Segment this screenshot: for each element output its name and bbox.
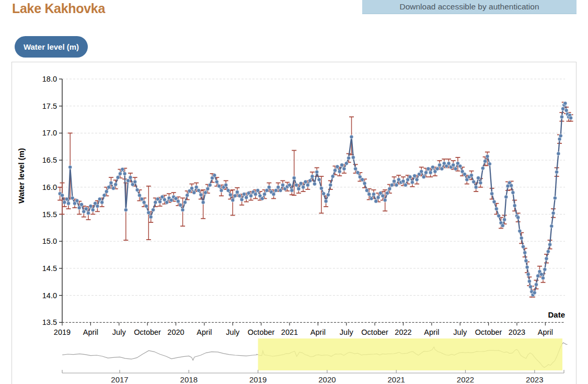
y-tick-label: 17.0 (42, 129, 57, 137)
error-bars (57, 102, 573, 297)
overview-tick-label: 2018 (180, 375, 198, 384)
y-gridlines (62, 79, 565, 296)
x-tick-label: 2022 (395, 328, 411, 336)
x-tick-label: October (134, 328, 161, 336)
x-tick-label: April (310, 328, 326, 336)
overview-tick-label: 2023 (526, 375, 543, 384)
overview-axis: 2017201820192020202120222023 (62, 370, 564, 384)
x-tick-label: July (340, 328, 354, 336)
y-tick-label: 14.0 (42, 291, 57, 300)
auth-download-banner[interactable]: Download accessible by authentication (362, 0, 577, 14)
overview-tick-label: 2017 (111, 375, 128, 384)
x-tick-label: April (83, 328, 98, 336)
y-tick-label: 15.0 (42, 237, 57, 245)
x-axis-title: Date (548, 310, 565, 319)
x-tick-label: 2021 (281, 328, 298, 336)
x-tick-label: 2023 (509, 328, 525, 336)
brush-selection-region[interactable] (258, 338, 562, 370)
chart-container: 13.514.014.515.015.516.016.517.017.518.0… (11, 62, 577, 384)
x-tick-label: July (112, 328, 126, 336)
page-title: Lake Kakhovka (12, 1, 105, 17)
y-tick-label: 16.5 (42, 156, 57, 164)
y-tick-label: 16.0 (42, 183, 57, 191)
x-tick-label: April (538, 328, 553, 336)
axes: 13.514.014.515.015.516.016.517.017.518.0… (42, 75, 565, 336)
x-tick-label: July (453, 328, 467, 336)
y-tick-label: 18.0 (42, 75, 57, 83)
data-points (58, 101, 573, 297)
x-tick-label: October (475, 328, 502, 336)
overview-tick-label: 2020 (318, 375, 336, 384)
y-axis-title: Water level (m) (17, 148, 26, 204)
y-tick-label: 17.5 (42, 102, 57, 110)
x-tick-label: October (248, 328, 275, 336)
overview-tick-label: 2021 (388, 375, 405, 384)
x-tick-label: 2020 (167, 328, 184, 336)
page: { "header": { "title": "Lake Kakhovka", … (0, 0, 588, 384)
water-level-series-tab[interactable]: Water level (m) (15, 36, 88, 58)
x-tick-label: April (197, 328, 212, 336)
x-tick-label: April (424, 328, 439, 336)
y-tick-label: 15.5 (42, 210, 57, 219)
y-tick-label: 14.5 (42, 264, 57, 273)
x-tick-label: 2019 (54, 328, 71, 336)
water-level-chart: 13.514.014.515.015.516.016.517.017.518.0… (12, 62, 577, 338)
overview-tick-label: 2019 (249, 375, 267, 384)
x-tick-label: October (361, 328, 388, 336)
overview-brush-chart[interactable]: 2017201820192020202120222023 (12, 338, 577, 384)
x-tick-label: July (226, 328, 240, 336)
y-tick-label: 13.5 (42, 318, 57, 326)
overview-tick-label: 2022 (457, 375, 474, 384)
